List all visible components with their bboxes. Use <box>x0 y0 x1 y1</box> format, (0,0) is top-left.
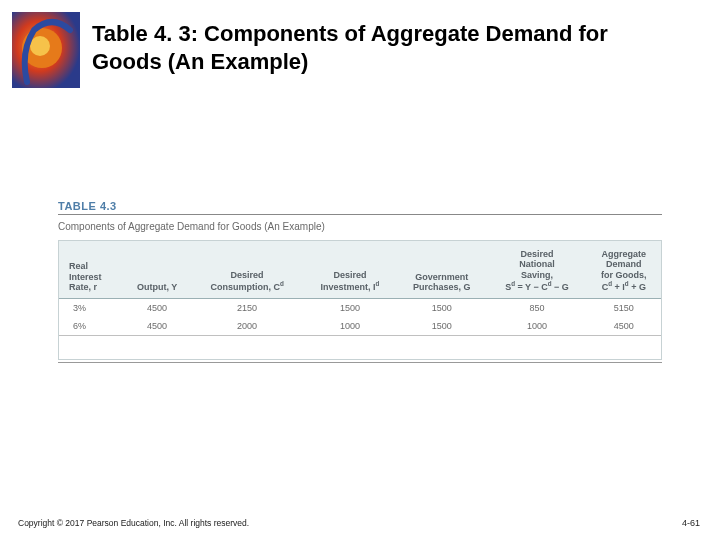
table-label: TABLE 4.3 <box>58 200 662 212</box>
cell: 1000 <box>304 317 397 335</box>
cell: 6% <box>59 317 124 335</box>
col-header-rate: RealInterestRate, r <box>59 247 124 299</box>
col-header-gov: GovernmentPurchases, G <box>396 247 487 299</box>
svg-point-3 <box>30 36 50 56</box>
cell: 2000 <box>191 317 304 335</box>
cell: 2150 <box>191 299 304 318</box>
col-header-aggdemand: AggregateDemandfor Goods,Cd + Id + G <box>587 247 661 299</box>
cell: 4500 <box>124 317 191 335</box>
cell: 1000 <box>487 317 586 335</box>
divider <box>58 214 662 215</box>
copyright-text: Copyright © 2017 Pearson Education, Inc.… <box>18 518 249 528</box>
cell: 850 <box>487 299 586 318</box>
cell: 1500 <box>396 299 487 318</box>
cell: 1500 <box>304 299 397 318</box>
divider <box>58 362 662 363</box>
table-container: TABLE 4.3 Components of Aggregate Demand… <box>58 200 662 363</box>
data-table: RealInterestRate, r Output, Y DesiredCon… <box>59 247 661 335</box>
table-row: 3% 4500 2150 1500 1500 850 5150 <box>59 299 661 318</box>
cell: 4500 <box>124 299 191 318</box>
page-number: 4-61 <box>682 518 700 528</box>
cell: 3% <box>59 299 124 318</box>
col-header-output: Output, Y <box>124 247 191 299</box>
col-header-investment: DesiredInvestment, Id <box>304 247 397 299</box>
table-header-row: RealInterestRate, r Output, Y DesiredCon… <box>59 247 661 299</box>
publisher-logo <box>12 12 80 88</box>
col-header-saving: DesiredNationalSaving,Sd = Y − Cd − G <box>487 247 586 299</box>
table-row: 6% 4500 2000 1000 1500 1000 4500 <box>59 317 661 335</box>
col-header-consumption: DesiredConsumption, Cd <box>191 247 304 299</box>
table-caption: Components of Aggregate Demand for Goods… <box>58 221 662 232</box>
table-bottom-space <box>59 335 661 359</box>
cell: 4500 <box>587 317 661 335</box>
cell: 5150 <box>587 299 661 318</box>
slide-title: Table 4. 3: Components of Aggregate Dema… <box>92 20 680 75</box>
cell: 1500 <box>396 317 487 335</box>
table-frame: RealInterestRate, r Output, Y DesiredCon… <box>58 240 662 360</box>
